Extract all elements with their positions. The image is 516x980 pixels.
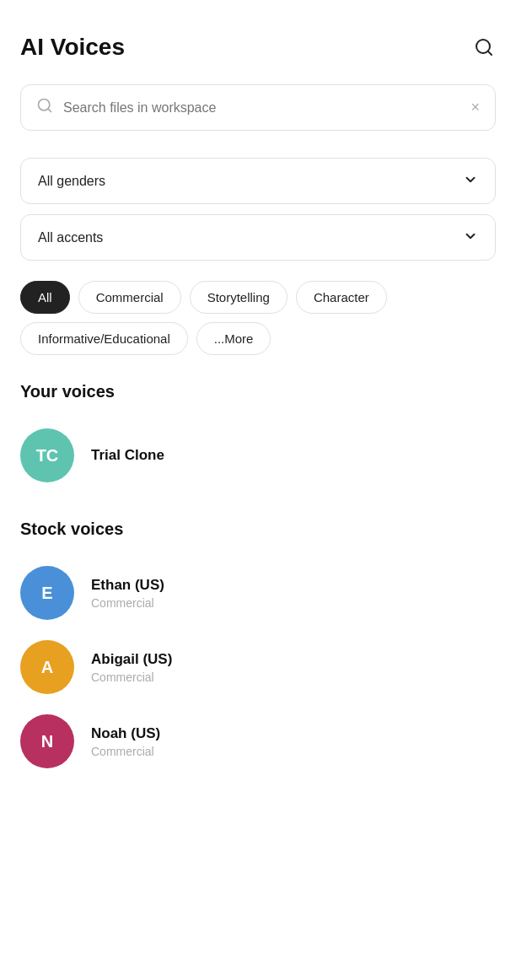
chevron-down-icon bbox=[463, 172, 478, 190]
stock-voices-section: Stock voices E Ethan (US) Commercial A A… bbox=[20, 520, 496, 778]
voice-info: Trial Clone bbox=[91, 447, 164, 464]
avatar: TC bbox=[20, 428, 74, 482]
your-voices-section: Your voices TC Trial Clone bbox=[20, 382, 496, 493]
svg-line-3 bbox=[48, 109, 51, 112]
voice-info: Ethan (US) Commercial bbox=[91, 577, 164, 610]
voice-type: Commercial bbox=[91, 670, 172, 684]
search-icon bbox=[36, 97, 53, 118]
accent-dropdown[interactable]: All accents bbox=[20, 214, 496, 261]
voice-type: Commercial bbox=[91, 596, 164, 610]
filters: All genders All accents bbox=[20, 158, 496, 261]
voice-info: Noah (US) Commercial bbox=[91, 725, 160, 758]
voice-name: Abigail (US) bbox=[91, 651, 172, 668]
header: AI Voices bbox=[20, 34, 496, 61]
category-tags: AllCommercialStorytellingCharacterInform… bbox=[20, 281, 496, 355]
avatar: N bbox=[20, 714, 74, 768]
gender-dropdown[interactable]: All genders bbox=[20, 158, 496, 204]
tag-character[interactable]: Character bbox=[296, 281, 387, 314]
avatar: E bbox=[20, 566, 74, 620]
voice-name: Trial Clone bbox=[91, 447, 164, 464]
gender-label: All genders bbox=[38, 174, 105, 189]
tag-storytelling[interactable]: Storytelling bbox=[190, 281, 288, 314]
page-title: AI Voices bbox=[20, 34, 125, 61]
tag-more[interactable]: ...More bbox=[196, 322, 271, 355]
svg-line-1 bbox=[488, 51, 492, 55]
avatar: A bbox=[20, 640, 74, 694]
tag-commercial[interactable]: Commercial bbox=[78, 281, 181, 314]
tag-informative[interactable]: Informative/Educational bbox=[20, 322, 188, 355]
voice-type: Commercial bbox=[91, 745, 160, 758]
stock-voice-item[interactable]: E Ethan (US) Commercial bbox=[20, 556, 496, 630]
your-voice-item[interactable]: TC Trial Clone bbox=[20, 418, 496, 493]
stock-voice-item[interactable]: N Noah (US) Commercial bbox=[20, 704, 496, 778]
chevron-down-icon bbox=[463, 229, 478, 246]
stock-voices-title: Stock voices bbox=[20, 520, 496, 539]
voice-info: Abigail (US) Commercial bbox=[91, 651, 172, 684]
your-voices-title: Your voices bbox=[20, 382, 496, 401]
tag-all[interactable]: All bbox=[20, 281, 70, 314]
voice-name: Noah (US) bbox=[91, 725, 160, 742]
search-bar[interactable]: × bbox=[20, 84, 496, 131]
accent-label: All accents bbox=[38, 230, 103, 245]
stock-voice-item[interactable]: A Abigail (US) Commercial bbox=[20, 630, 496, 704]
search-input[interactable] bbox=[63, 100, 470, 116]
clear-icon[interactable]: × bbox=[470, 99, 480, 116]
voice-name: Ethan (US) bbox=[91, 577, 164, 594]
search-header-icon[interactable] bbox=[472, 35, 496, 59]
